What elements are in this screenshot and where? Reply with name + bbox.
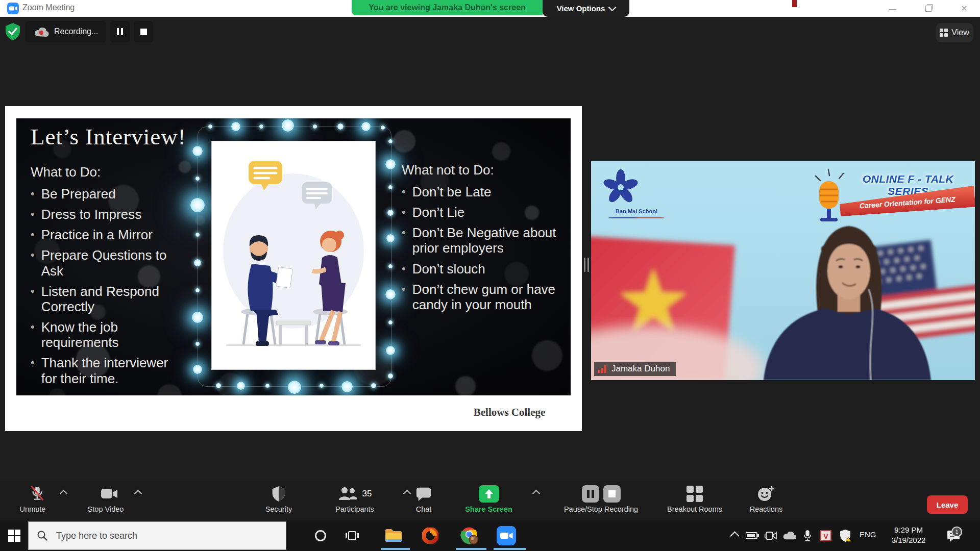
zoom-taskbar-icon — [497, 526, 516, 545]
participant-name-tag: Jamaka Duhon — [594, 362, 676, 376]
video-options-chevron[interactable] — [134, 490, 142, 498]
reactions-button[interactable]: Reactions — [736, 484, 797, 517]
meeting-toolbar: Unmute Stop Video — [0, 481, 980, 520]
minimize-button[interactable]: — — [881, 2, 904, 15]
cortana-button[interactable] — [311, 520, 330, 551]
close-button[interactable]: ✕ — [952, 2, 976, 15]
chrome-icon — [460, 526, 479, 545]
panel-divider-handle[interactable] — [584, 258, 589, 272]
zoom-app-icon — [7, 3, 19, 14]
string-light — [388, 139, 393, 143]
window-title: Zoom Meeting — [22, 3, 75, 12]
meeting-security-shield-icon[interactable] — [4, 22, 21, 41]
video-camera-icon — [100, 487, 118, 501]
string-light — [320, 384, 324, 388]
string-light — [341, 381, 353, 392]
string-light — [231, 122, 240, 131]
reactions-label: Reactions — [736, 505, 797, 513]
interview-illustration — [212, 141, 375, 369]
defender-shield-icon[interactable] — [837, 520, 853, 551]
action-center-button[interactable]: 1 — [943, 520, 964, 551]
view-options-label: View Options — [557, 4, 605, 13]
chevron-down-icon — [608, 4, 617, 12]
share-screen-icon — [479, 485, 499, 503]
string-light — [371, 383, 376, 388]
view-layout-button[interactable]: View — [936, 23, 973, 42]
task-view-icon — [346, 530, 359, 541]
stop-video-button[interactable]: Stop Video — [77, 484, 142, 517]
tray-clock[interactable]: 9:29 PM 3/19/2022 — [881, 525, 936, 545]
school-logo-tagline — [609, 217, 664, 218]
unmute-button[interactable]: Unmute — [7, 484, 67, 517]
zoom-open-indicator — [494, 548, 526, 550]
pause-stop-recording-label: Pause/Stop Recording — [556, 505, 646, 513]
recording-indicator: Recording... — [26, 21, 106, 42]
string-light — [385, 289, 396, 299]
stop-recording-button[interactable] — [134, 21, 153, 42]
participant-video-jamaka-duhon[interactable]: ONLINE F - TALK SERIES Career Orientatio… — [591, 161, 975, 380]
unmute-label: Unmute — [7, 505, 58, 513]
participants-icon — [338, 486, 358, 502]
string-light — [208, 124, 212, 129]
share-options-chevron[interactable] — [532, 490, 541, 498]
office-icon — [422, 528, 438, 544]
windows-taskbar: V ENG 9:29 PM 3/19/2022 1 — [0, 520, 980, 551]
string-light — [195, 233, 200, 237]
restore-button[interactable] — [917, 2, 940, 15]
participants-button[interactable]: 35 Participants — [314, 484, 396, 517]
notification-count-badge: 1 — [951, 527, 962, 537]
battery-icon[interactable] — [744, 520, 761, 551]
slide-credit: Bellows College — [448, 406, 571, 419]
participants-count: 35 — [362, 489, 372, 499]
string-light — [193, 365, 202, 374]
cortana-icon — [315, 530, 326, 541]
zoom-taskbar-button[interactable] — [496, 520, 517, 551]
pause-stop-recording-button[interactable]: Pause/Stop Recording — [556, 484, 646, 517]
security-button[interactable]: Security — [251, 484, 307, 517]
breakout-rooms-label: Breakout Rooms — [656, 505, 733, 513]
recording-strip: Recording... — [4, 20, 153, 43]
leave-button[interactable]: Leave — [927, 495, 968, 514]
v-app-tray-icon[interactable]: V — [818, 520, 834, 551]
participants-label: Participants — [314, 505, 396, 513]
office-button[interactable] — [421, 520, 440, 551]
screen-share-banner: You are viewing Jamaka Duhon's screen — [352, 0, 543, 15]
tray-overflow-chevron[interactable] — [727, 520, 742, 551]
start-button[interactable] — [0, 520, 28, 551]
audio-options-chevron[interactable] — [60, 490, 68, 498]
screen-share-banner-text: You are viewing Jamaka Duhon's screen — [369, 3, 526, 12]
view-options-button[interactable]: View Options — [543, 0, 629, 17]
list-item: Don’t chew gum or have candy in your mou… — [412, 282, 571, 312]
restore-icon — [925, 6, 932, 12]
list-item: Don’t be Late — [412, 184, 492, 199]
breakout-rooms-button[interactable]: Breakout Rooms — [656, 484, 733, 517]
microphone-muted-icon — [29, 485, 45, 503]
tray-microphone-icon[interactable] — [800, 520, 815, 551]
file-explorer-button[interactable] — [383, 520, 404, 551]
string-light — [192, 312, 203, 323]
slide-right-column: What not to Do: •Don’t be Late •Don’t Li… — [402, 162, 571, 317]
string-light — [385, 159, 396, 169]
chrome-open-indicator — [456, 548, 486, 550]
presentation-slide: Let’s Interview! What to Do: •Be Prepare… — [16, 118, 571, 395]
stop-recording-icon[interactable] — [603, 485, 621, 503]
chrome-button[interactable] — [459, 520, 480, 551]
school-logo-text: Ban Mai School — [598, 208, 675, 214]
screen-record-icon[interactable] — [763, 520, 779, 551]
red-indicator — [792, 0, 797, 7]
onedrive-icon[interactable] — [781, 520, 798, 551]
search-input[interactable] — [55, 530, 272, 542]
string-light — [288, 381, 301, 394]
view-button-label: View — [951, 28, 969, 37]
share-screen-button[interactable]: Share Screen — [457, 484, 521, 517]
pause-recording-button[interactable] — [110, 21, 130, 42]
task-view-button[interactable] — [343, 520, 361, 551]
language-indicator[interactable]: ENG — [860, 530, 876, 539]
pause-recording-icon[interactable] — [582, 485, 599, 503]
meeting-area: Recording... View Let’s Interview! What … — [0, 17, 980, 520]
list-item: Don’t Lie — [412, 205, 465, 220]
chat-button[interactable]: Chat — [398, 484, 449, 517]
string-light — [381, 126, 385, 130]
taskbar-search[interactable] — [28, 521, 286, 550]
cloud-recording-icon — [34, 26, 49, 37]
